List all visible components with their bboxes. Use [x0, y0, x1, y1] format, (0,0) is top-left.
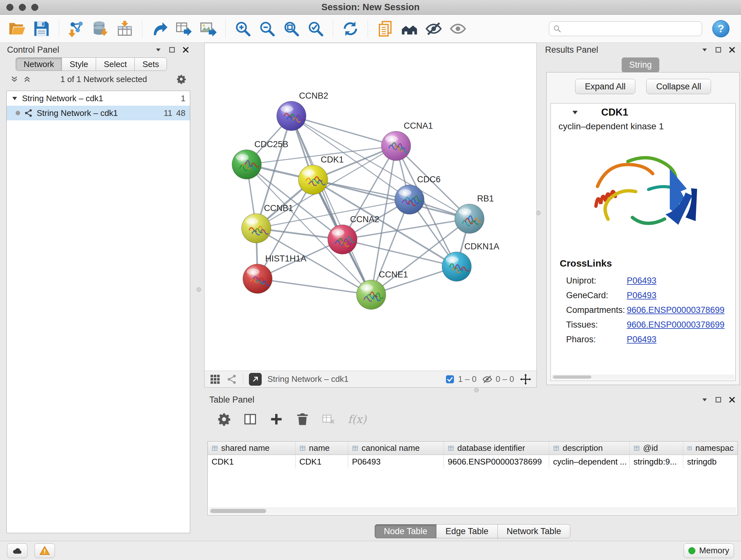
column-header-id[interactable]: @id: [630, 442, 683, 455]
zoom-in-button[interactable]: [232, 18, 253, 39]
maximize-window-icon[interactable]: [31, 4, 38, 11]
network-node[interactable]: [242, 213, 271, 243]
import-table-button[interactable]: [115, 18, 135, 39]
results-horizontal-scrollbar[interactable]: [552, 374, 734, 380]
network-node[interactable]: [442, 252, 471, 281]
network-node[interactable]: [232, 150, 261, 179]
tab-network[interactable]: Network: [16, 57, 62, 71]
network-edge[interactable]: [291, 116, 371, 295]
grid-view-icon[interactable]: [210, 374, 220, 385]
tab-sets[interactable]: Sets: [134, 57, 167, 71]
panel-collapse-icon[interactable]: [154, 46, 162, 54]
panel-close-icon[interactable]: [728, 396, 736, 403]
document-button[interactable]: [375, 18, 395, 39]
show-all-button[interactable]: [448, 18, 468, 39]
tab-edge-table[interactable]: Edge Table: [436, 524, 498, 538]
network-edge[interactable]: [258, 279, 371, 295]
crosslink-link[interactable]: P06493: [627, 276, 657, 286]
cell-name[interactable]: CDK1: [295, 455, 348, 469]
memory-button[interactable]: Memory: [684, 543, 734, 558]
help-button[interactable]: ?: [712, 20, 730, 37]
table-row[interactable]: CDK1 CDK1 P06493 9606.ENSP00000378699 cy…: [208, 455, 738, 469]
overview-button[interactable]: [399, 18, 420, 39]
tab-style[interactable]: Style: [62, 57, 96, 71]
open-session-button[interactable]: [7, 18, 27, 39]
panel-collapse-icon[interactable]: [701, 46, 709, 54]
tree-expand-icon[interactable]: [11, 95, 18, 102]
minimize-window-icon[interactable]: [19, 4, 26, 11]
cell-shared-name[interactable]: CDK1: [208, 455, 295, 469]
crosslink-link[interactable]: 9606.ENSP00000378699: [627, 305, 724, 315]
column-header-description[interactable]: description: [549, 442, 630, 455]
cloud-status-button[interactable]: [7, 543, 27, 558]
column-header-canonical-name[interactable]: canonical name: [348, 442, 444, 455]
search-input[interactable]: [564, 23, 698, 34]
warnings-button[interactable]: [35, 543, 55, 558]
toolbar-search[interactable]: [549, 21, 702, 36]
export-image-button[interactable]: [198, 18, 218, 39]
save-session-button[interactable]: [31, 18, 52, 39]
column-header-name[interactable]: name: [295, 442, 348, 455]
cell-namespace[interactable]: stringdb: [683, 455, 738, 469]
column-header-database-identifier[interactable]: database identifier: [444, 442, 549, 455]
cell-id[interactable]: stringdb:9...: [630, 455, 683, 469]
close-window-icon[interactable]: [6, 4, 13, 11]
expand-all-button[interactable]: Expand All: [575, 79, 636, 94]
panel-float-icon[interactable]: [715, 46, 722, 53]
tab-network-table[interactable]: Network Table: [497, 524, 570, 538]
tab-node-table[interactable]: Node Table: [375, 524, 436, 538]
panel-close-icon[interactable]: [728, 46, 736, 54]
import-network-database-button[interactable]: [90, 18, 111, 39]
network-graph[interactable]: CCNB2CCNA1CDC25BCDK1CDC6RB1CCNB1CCNA2CDK…: [205, 43, 536, 371]
panel-float-icon[interactable]: [169, 46, 176, 53]
gear-icon[interactable]: [176, 74, 186, 84]
export-network-button[interactable]: [149, 18, 170, 39]
column-header-shared-name[interactable]: shared name: [208, 442, 295, 455]
network-node[interactable]: [455, 204, 484, 233]
cell-description[interactable]: cyclin–dependent ...: [549, 455, 630, 469]
network-collection-row[interactable]: String Network – cdk1 1: [7, 91, 190, 106]
cell-database-identifier[interactable]: 9606.ENSP00000378699: [444, 455, 549, 469]
crosslink-link[interactable]: P06493: [627, 334, 657, 345]
panel-collapse-icon[interactable]: [701, 396, 709, 403]
panel-float-icon[interactable]: [715, 396, 722, 403]
crosslink-link[interactable]: 9606.ENSP00000378699: [627, 320, 724, 330]
pan-crosshair-icon[interactable]: [520, 374, 531, 385]
vertical-splitter-handle[interactable]: [197, 287, 201, 292]
network-node[interactable]: [277, 101, 306, 131]
string-results-tab[interactable]: String: [622, 57, 660, 72]
tab-select[interactable]: Select: [96, 57, 135, 71]
zoom-out-button[interactable]: [257, 18, 277, 39]
window-controls[interactable]: [6, 4, 38, 11]
vertical-splitter-handle[interactable]: [536, 211, 541, 215]
collapse-all-button[interactable]: Collapse All: [646, 79, 711, 94]
panel-close-icon[interactable]: [182, 46, 190, 54]
show-columns-icon[interactable]: [243, 412, 257, 426]
selected-checkbox-icon[interactable]: [445, 374, 455, 384]
import-network-file-button[interactable]: [66, 18, 86, 39]
birdseye-view-icon[interactable]: [226, 374, 237, 385]
hidden-eye-slash-icon[interactable]: [482, 374, 492, 384]
export-table-button[interactable]: [174, 18, 194, 39]
network-edge[interactable]: [291, 116, 396, 146]
cell-canonical-name[interactable]: P06493: [348, 455, 444, 469]
horizontal-splitter-handle[interactable]: [474, 388, 479, 392]
add-column-icon[interactable]: [269, 412, 283, 426]
table-horizontal-scrollbar[interactable]: [209, 508, 737, 514]
hide-selected-button[interactable]: [423, 18, 444, 39]
network-row[interactable]: String Network – cdk1 11 48: [7, 106, 190, 120]
crosslink-link[interactable]: P06493: [627, 291, 657, 300]
zoom-selected-button[interactable]: [306, 18, 326, 39]
scrollbar-thumb[interactable]: [553, 375, 591, 379]
network-node[interactable]: [356, 280, 386, 309]
apply-layout-button[interactable]: [340, 18, 360, 39]
network-canvas-area[interactable]: CCNB2CCNA1CDC25BCDK1CDC6RB1CCNB1CCNA2CDK…: [205, 43, 536, 371]
scrollbar-thumb[interactable]: [210, 509, 266, 513]
collapse-all-networks-icon[interactable]: [23, 75, 31, 83]
zoom-fit-button[interactable]: [281, 18, 301, 39]
table-settings-gear-icon[interactable]: [217, 412, 231, 426]
section-collapse-icon[interactable]: [571, 109, 579, 116]
fullscreen-button[interactable]: [249, 373, 262, 386]
expand-all-networks-icon[interactable]: [10, 75, 18, 83]
network-edge[interactable]: [342, 240, 457, 266]
